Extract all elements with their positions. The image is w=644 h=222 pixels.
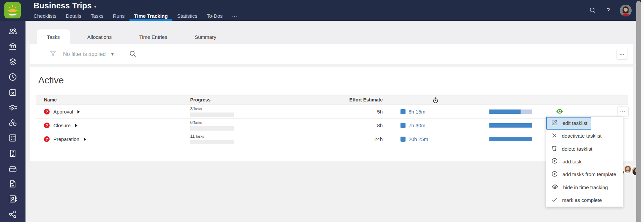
tab-time-tracking[interactable]: Time Tracking <box>129 11 173 21</box>
tracked-time-value[interactable]: 7h 30m <box>409 123 425 128</box>
tracked-time-value[interactable]: 20h 25m <box>409 136 428 142</box>
filter-more-button[interactable]: ··· <box>616 49 628 60</box>
table-row[interactable]: ? Preparation 11Tasks 24h 20h 25m <box>36 132 628 146</box>
sidebar <box>0 21 25 222</box>
menu-item-hide-in-time-tracking[interactable]: hide in time tracking <box>546 181 623 194</box>
search-icon[interactable] <box>129 50 136 59</box>
table-row[interactable]: ? Approval 3Tasks 5h 8h 15m <box>36 105 628 119</box>
check-icon <box>552 197 557 203</box>
header-tabs: Checklists Details Tasks Runs Time Track… <box>29 11 242 21</box>
page-title: Business Trips <box>34 1 92 10</box>
progress-bar-empty <box>190 126 234 131</box>
menu-item-label: add tasks from template <box>562 171 616 177</box>
project-title-row[interactable]: Business Trips ▾ <box>34 1 96 10</box>
people-group-icon[interactable] <box>8 27 17 36</box>
tasklist-name[interactable]: Preparation <box>53 136 79 142</box>
x-icon <box>552 133 557 139</box>
red-question-badge: ? <box>44 109 50 115</box>
handshake-icon[interactable] <box>8 103 17 112</box>
tasks-count: 11 <box>190 134 195 139</box>
table-header: Name Progress Effort Estimate <box>36 95 628 104</box>
tasklist-name[interactable]: Approval <box>53 109 73 115</box>
expand-arrow-icon[interactable] <box>75 124 77 127</box>
timer-square-icon[interactable] <box>400 109 406 114</box>
menu-item-add-tasks-from-template[interactable]: add tasks from template <box>546 168 623 181</box>
tracked-time-cell[interactable]: 20h 25m <box>400 132 428 146</box>
eye-visible-icon[interactable] <box>556 109 563 115</box>
vertical-scrollbar[interactable] <box>636 1 641 222</box>
filter-bar: No filter is applied ▼ ··· <box>30 44 633 64</box>
contact-card-icon[interactable] <box>8 194 17 204</box>
effort-estimate-value: 5h <box>277 105 383 119</box>
tab-overflow-ellipsis[interactable]: ··· <box>227 11 242 21</box>
progress-bar-empty <box>190 113 234 117</box>
plus-circle-icon <box>552 158 557 165</box>
cubes-icon[interactable] <box>8 118 17 128</box>
menu-item-mark-as-complete[interactable]: mark as complete <box>546 194 623 207</box>
menu-item-label: deactivate tasklist <box>562 133 601 139</box>
menu-item-delete-tasklist[interactable]: delete tasklist <box>546 142 623 155</box>
plus-circle-icon <box>552 171 557 178</box>
subtab-strip: Tasks Allocations Time Entries Summary <box>25 21 644 44</box>
filter-status-label[interactable]: No filter is applied <box>63 51 106 57</box>
red-question-badge: ? <box>44 136 50 142</box>
tab-runs[interactable]: Runs <box>108 11 129 21</box>
filter-caret-icon[interactable]: ▼ <box>110 52 114 57</box>
tracked-time-value[interactable]: 8h 15m <box>409 109 425 115</box>
subtab-time-entries[interactable]: Time Entries <box>129 29 177 44</box>
subtab-tasks[interactable]: Tasks <box>37 29 70 44</box>
active-tasklists-panel: Active Name Progress Effort Estimate ? A… <box>30 67 633 161</box>
menu-item-add-task[interactable]: add task <box>546 155 623 168</box>
drive-tray-icon[interactable] <box>8 164 17 173</box>
checklist-board-icon[interactable] <box>8 133 17 143</box>
tasks-word: Tasks <box>193 121 202 125</box>
subtab-allocations[interactable]: Allocations <box>77 29 122 44</box>
table-row[interactable]: ? Closure 6Tasks 8h 7h 30m <box>36 119 628 132</box>
time-progress-bar <box>489 123 532 128</box>
stopwatch-icon <box>433 97 438 104</box>
tab-details[interactable]: Details <box>61 11 86 21</box>
tab-checklists[interactable]: Checklists <box>29 11 61 21</box>
tasks-count: 6 <box>190 120 193 125</box>
building-icon[interactable] <box>8 149 17 158</box>
eye-slash-icon <box>552 184 558 190</box>
column-progress: Progress <box>190 97 211 102</box>
menu-item-deactivate-tasklist[interactable]: deactivate tasklist <box>546 129 623 142</box>
tasklist-name[interactable]: Closure <box>53 123 71 128</box>
tab-statistics[interactable]: Statistics <box>172 11 202 21</box>
section-title: Active <box>30 67 633 86</box>
document-image-icon[interactable] <box>8 179 17 189</box>
tab-to-dos[interactable]: To-Dos <box>202 11 227 21</box>
effort-estimate-value: 24h <box>277 132 383 146</box>
clock-icon[interactable] <box>8 72 17 82</box>
scrollbar-gutter <box>641 0 644 222</box>
layers-icon[interactable] <box>8 57 17 67</box>
tracked-time-cell[interactable]: 8h 15m <box>400 105 425 119</box>
expand-arrow-icon[interactable] <box>84 138 86 141</box>
menu-item-label: add task <box>562 159 582 164</box>
tab-tasks[interactable]: Tasks <box>86 11 108 21</box>
help-icon[interactable]: ? <box>604 7 612 14</box>
tasklist-table: ? Approval 3Tasks 5h 8h 15m <box>36 105 628 146</box>
timer-square-icon[interactable] <box>400 137 406 142</box>
row-more-button[interactable]: ··· <box>617 106 629 117</box>
menu-item-edit-tasklist[interactable]: edit tasklist <box>546 117 623 129</box>
progress-cell: 11Tasks <box>190 134 234 144</box>
share-network-icon[interactable] <box>8 210 17 219</box>
tasks-word: Tasks <box>196 135 204 138</box>
expand-arrow-icon[interactable] <box>77 110 80 114</box>
search-icon[interactable] <box>589 7 596 14</box>
tasks-word: Tasks <box>193 107 202 111</box>
menu-item-label: delete tasklist <box>562 146 592 152</box>
tracked-time-cell[interactable]: 7h 30m <box>400 119 425 132</box>
bank-icon[interactable] <box>8 42 17 51</box>
user-avatar[interactable] <box>620 5 632 16</box>
menu-item-label: hide in time tracking <box>563 184 608 190</box>
tasks-count: 3 <box>190 106 193 111</box>
sunrise-logo[interactable] <box>4 2 21 18</box>
timer-square-icon[interactable] <box>400 123 406 128</box>
subtab-summary[interactable]: Summary <box>185 29 226 44</box>
effort-estimate-value: 8h <box>277 119 383 132</box>
filter-funnel-icon[interactable] <box>50 50 56 58</box>
calendar-x-icon[interactable] <box>8 88 17 97</box>
